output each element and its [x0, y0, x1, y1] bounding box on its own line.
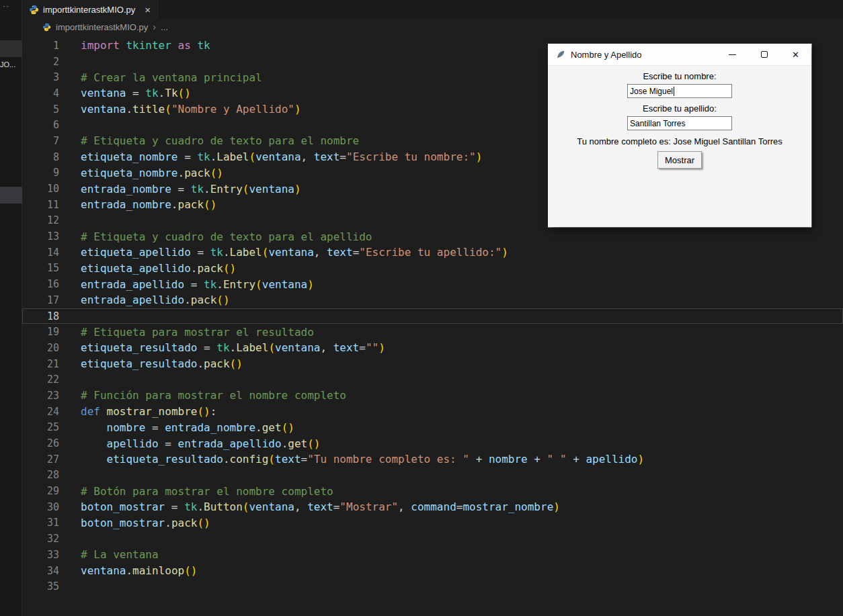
python-icon	[42, 23, 51, 32]
tk-window: Nombre y Apellido ✕ Escribe tu nombre: J…	[548, 44, 811, 227]
line-number: 6	[22, 119, 59, 131]
code-text: entrada_nombre.pack()	[81, 198, 216, 211]
line-number: 35	[22, 580, 59, 592]
sidebar-item-label[interactable]: JO...	[0, 60, 22, 69]
minimize-button[interactable]	[717, 44, 748, 65]
result-label: Tu nombre completo es: Jose Miguel Santi…	[577, 136, 782, 146]
line-number: 17	[22, 294, 59, 306]
code-text: import tkinter as tk	[81, 39, 210, 52]
code-text: # Etiqueta y cuadro de texto para el nom…	[81, 134, 359, 147]
line-number: 20	[22, 342, 59, 354]
breadcrumb[interactable]: importtkinterastkMIO.py › ...	[22, 19, 843, 35]
code-line[interactable]: 16entrada_apellido = tk.Entry(ventana)	[22, 276, 843, 292]
code-line[interactable]: 33# La ventana	[22, 547, 843, 563]
overflow-dots: ··	[0, 0, 22, 11]
code-text: etiqueta_apellido = tk.Label(ventana, te…	[81, 246, 508, 259]
name-entry-value: Jose Miguel	[630, 87, 673, 96]
code-text: entrada_apellido = tk.Entry(ventana)	[81, 278, 314, 291]
code-line[interactable]: 29# Botón para mostrar el nombre complet…	[22, 483, 843, 499]
tab-importtkinterastkMIO[interactable]: importtkinterastkMIO.py ×	[22, 0, 158, 19]
code-line[interactable]: 35	[22, 578, 843, 595]
name-entry[interactable]: Jose Miguel	[627, 84, 732, 98]
code-line[interactable]: 21etiqueta_resultado.pack()	[22, 356, 843, 372]
line-number: 19	[22, 326, 59, 338]
code-line[interactable]: 32	[22, 531, 843, 547]
text-caret	[674, 87, 674, 96]
code-text: boton_mostrar = tk.Button(ventana, text=…	[81, 500, 560, 513]
code-text: # Crear la ventana principal	[81, 71, 262, 84]
code-line[interactable]: 17entrada_apellido.pack()	[22, 292, 843, 308]
code-line[interactable]: 23# Función para mostrar el nombre compl…	[22, 388, 843, 404]
tk-window-body: Escribe tu nombre: Jose Miguel Escribe t…	[548, 66, 811, 169]
maximize-button[interactable]	[748, 44, 780, 65]
code-line[interactable]: 30boton_mostrar = tk.Button(ventana, tex…	[22, 499, 843, 515]
sidebar-item[interactable]	[0, 187, 22, 204]
code-text: apellido = entrada_apellido.get()	[81, 437, 320, 450]
code-line[interactable]: 28	[22, 468, 843, 484]
code-text: ventana.mainloop()	[81, 564, 197, 577]
code-text: nombre = entrada_nombre.get()	[81, 421, 294, 434]
code-line[interactable]: 14etiqueta_apellido = tk.Label(ventana, …	[22, 245, 843, 261]
code-line[interactable]: 19# Etiqueta para mostrar el resultado	[22, 324, 843, 340]
line-number: 28	[22, 469, 59, 481]
code-text: etiqueta_apellido.pack()	[81, 262, 236, 275]
code-text: # Botón para mostrar el nombre completo	[81, 485, 333, 498]
name-label: Escribe tu nombre:	[643, 71, 716, 81]
line-number: 5	[22, 103, 59, 116]
tab-title: importtkinterastkMIO.py	[43, 5, 135, 15]
code-text: def mostrar_nombre():	[81, 405, 216, 418]
code-line[interactable]: 25 nombre = entrada_nombre.get()	[22, 420, 843, 436]
surname-label: Escribe tu apellido:	[643, 103, 717, 114]
code-text: entrada_apellido.pack()	[81, 294, 230, 306]
line-number: 33	[22, 549, 59, 561]
code-line[interactable]: 27 etiqueta_resultado.config(text="Tu no…	[22, 451, 843, 468]
line-number: 31	[22, 517, 59, 529]
code-text: etiqueta_nombre.pack()	[81, 167, 223, 179]
code-text: etiqueta_resultado.config(text="Tu nombr…	[81, 453, 644, 466]
line-number: 14	[22, 247, 59, 259]
code-line[interactable]: 20etiqueta_resultado = tk.Label(ventana,…	[22, 340, 843, 356]
code-line[interactable]: 22	[22, 371, 843, 388]
line-number: 26	[22, 437, 59, 449]
tk-titlebar[interactable]: Nombre y Apellido ✕	[548, 44, 811, 66]
code-text: ventana = tk.Tk()	[81, 87, 191, 99]
line-number: 18	[22, 310, 59, 322]
line-number: 24	[22, 406, 59, 418]
mostrar-button[interactable]: Mostrar	[657, 151, 702, 169]
line-number: 21	[22, 358, 59, 370]
line-number: 29	[22, 485, 59, 497]
close-button[interactable]: ✕	[780, 44, 811, 65]
code-line[interactable]: 13# Etiqueta y cuadro de texto para el a…	[22, 228, 843, 245]
code-text: # La ventana	[81, 548, 159, 561]
chevron-right-icon: ›	[153, 21, 156, 32]
line-number: 16	[22, 278, 59, 290]
line-number: 3	[22, 71, 59, 83]
line-number: 15	[22, 262, 59, 274]
code-line[interactable]: 24def mostrar_nombre():	[22, 404, 843, 420]
code-line[interactable]: 34ventana.mainloop()	[22, 563, 843, 579]
breadcrumb-more[interactable]: ...	[161, 22, 168, 32]
maximize-icon	[761, 51, 768, 58]
breadcrumb-file[interactable]: importtkinterastkMIO.py	[56, 22, 148, 32]
code-text: entrada_nombre = tk.Entry(ventana)	[81, 183, 301, 195]
code-line[interactable]: 15etiqueta_apellido.pack()	[22, 261, 843, 277]
close-icon: ✕	[792, 50, 799, 59]
line-number: 22	[22, 373, 59, 386]
code-text: boton_mostrar.pack()	[81, 517, 210, 529]
line-number: 25	[22, 421, 59, 433]
line-number: 13	[22, 230, 59, 243]
minimize-icon	[729, 54, 736, 55]
line-number: 34	[22, 565, 59, 577]
line-number: 23	[22, 390, 59, 402]
code-line[interactable]: 18	[22, 308, 843, 324]
surname-entry[interactable]: Santillan Torres	[627, 116, 732, 130]
line-number: 30	[22, 501, 59, 513]
code-line[interactable]: 31boton_mostrar.pack()	[22, 515, 843, 531]
sidebar-item[interactable]	[0, 40, 22, 57]
close-tab-icon[interactable]: ×	[145, 5, 151, 15]
collapsed-sidebar: ·· JO...	[0, 0, 22, 616]
line-number: 7	[22, 135, 59, 147]
line-number: 8	[22, 151, 59, 163]
line-number: 1	[22, 40, 59, 52]
code-line[interactable]: 26 apellido = entrada_apellido.get()	[22, 435, 843, 451]
